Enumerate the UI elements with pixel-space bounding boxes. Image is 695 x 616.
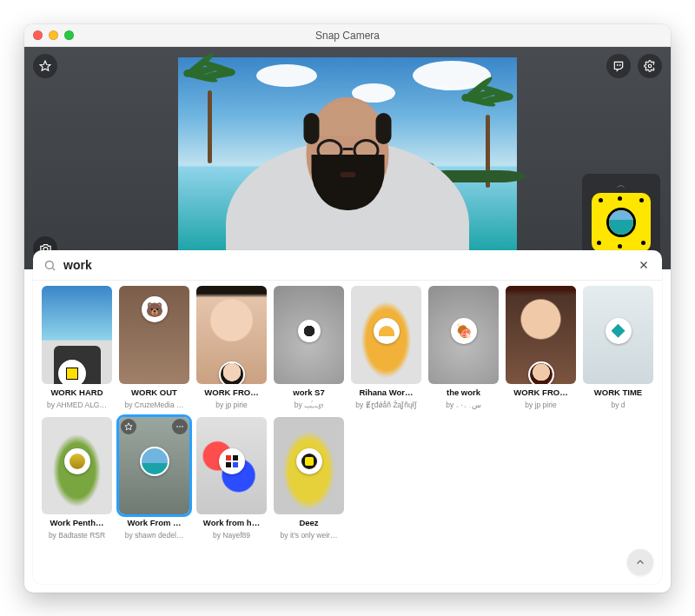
lens-item[interactable]: Work Penth… by Badtaste RSR [42,417,112,540]
lens-thumbnail [274,286,344,384]
window-title: Snap Camera [24,30,671,42]
lens-author: by it's only weir… [281,531,338,540]
chevron-up-icon: ︿ [617,179,626,191]
lens-title: Work from h… [203,518,260,527]
lens-badge-icon [528,361,554,384]
lens-thumbnail [196,286,267,384]
lens-thumbnail [119,417,189,515]
svg-point-3 [46,261,54,268]
traffic-lights [33,30,74,40]
lens-badge-icon [64,448,90,474]
svg-point-6 [179,426,181,427]
app-window: Snap Camera [24,24,671,593]
gear-icon [644,60,656,72]
lens-badge-icon: 🍖 [451,318,477,344]
camera-area: ︿ [24,47,671,269]
lens-title: Deez [299,518,318,527]
lens-author: by Badtaste RSR [49,531,105,540]
lens-thumbnail: 🍖 [428,286,499,384]
lens-thumbnail [583,286,653,384]
settings-button[interactable] [638,54,662,78]
lens-title: Work From … [127,518,181,527]
lens-item[interactable]: Work from h… by Nayef89 [196,417,267,540]
star-icon [124,422,133,431]
lens-author: by AHMED ALG… [47,401,107,409]
lens-badge-icon [140,447,169,476]
lens-title: WORK OUT [131,387,177,397]
lens-author: by س؍ۦ٠ۦ [446,401,480,410]
more-options-button[interactable] [172,419,188,434]
lens-title: WORK FRO… [204,387,258,397]
lens-thumbnail [506,286,576,384]
lens-badge-icon [296,448,322,474]
search-icon [43,259,56,272]
star-icon [39,60,51,72]
lens-panel: WORK HARD by AHMED ALG… 🐻 WORK OUT by Cr… [33,250,662,584]
lens-author: by Ɇɽđǿǻñ Žąǰñųłǰ [355,401,416,409]
svg-point-7 [182,426,183,427]
lens-title: WORK TIME [594,387,642,397]
lens-thumbnail [42,417,112,515]
lens-item[interactable]: WORK TIME by d [583,286,653,410]
lens-badge-icon [374,318,400,344]
lens-item[interactable]: 🍖 the work by س؍ۦ٠ۦ [428,286,499,410]
lens-item[interactable]: WORK HARD by AHMED ALG… [42,286,112,410]
lens-item[interactable]: work S7 by ـ،ــِۢب℘ [274,286,344,410]
lens-item[interactable]: Deez by it's only weir… [274,417,344,540]
lens-author: by ـ،ــِۢب℘ [295,401,323,410]
lens-item[interactable]: WORK FRO… by jp pirie [506,286,576,410]
lens-badge-icon [606,318,632,344]
more-icon [175,422,184,431]
lens-author: by jp pirie [525,401,556,409]
twitch-button[interactable] [606,54,631,78]
chevron-up-icon [634,556,646,568]
lens-item[interactable]: Rihana Wor… by Ɇɽđǿǻñ Žąǰñųłǰ [351,286,421,410]
lens-title: the work [447,387,480,397]
lens-item[interactable]: WORK FRO… by jp pirie [196,286,267,410]
twitch-icon [612,60,625,72]
svg-point-5 [176,426,178,427]
favorites-button[interactable] [33,54,57,78]
camera-preview [178,57,517,254]
snapcode-icon [592,193,651,252]
lens-grid: WORK HARD by AHMED ALG… 🐻 WORK OUT by Cr… [33,281,662,584]
snapcode-panel[interactable]: ︿ [582,174,660,259]
lens-item[interactable]: 🐻 WORK OUT by CruzeMedia … [119,286,189,410]
lens-author: by CruzeMedia … [124,401,183,409]
search-bar [33,250,662,281]
svg-point-1 [648,64,652,68]
lens-thumbnail [196,417,267,515]
lens-author: by shawn dedel… [125,531,184,540]
maximize-window-button[interactable] [64,30,74,40]
lens-title: WORK FRO… [513,387,567,397]
lens-title: work S7 [293,387,324,397]
lens-author: by Nayef89 [213,531,250,540]
svg-marker-4 [125,422,132,429]
lens-author: by jp pirie [215,401,247,409]
lens-author: by d [611,401,625,409]
lens-thumbnail [42,286,112,384]
lens-thumbnail [274,417,344,515]
clear-search-button[interactable] [636,257,652,273]
favorite-lens-button[interactable] [121,419,136,434]
lens-thumbnail [351,286,421,384]
lens-title: Rihana Wor… [359,387,413,397]
search-input[interactable] [63,258,629,272]
lens-badge-icon [219,448,245,474]
lens-badge-icon: 🐻 [142,296,168,322]
lens-thumbnail: 🐻 [119,286,189,384]
lens-title: Work Penth… [50,518,103,527]
lens-badge-icon [298,320,321,342]
minimize-window-button[interactable] [49,30,58,40]
close-window-button[interactable] [33,30,43,40]
close-icon [639,260,649,270]
scroll-to-top-button[interactable] [627,549,653,575]
titlebar: Snap Camera [24,24,671,47]
svg-marker-0 [40,61,50,70]
lens-badge-icon [219,361,245,384]
lens-title: WORK HARD [50,387,103,397]
lens-item[interactable]: Work From … by shawn dedel… [119,417,189,540]
